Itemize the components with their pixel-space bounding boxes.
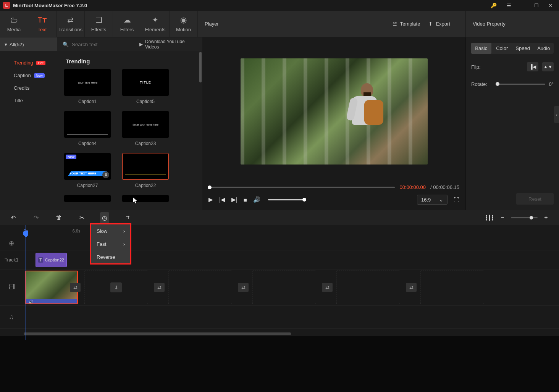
minimize-button[interactable]: — <box>517 1 528 10</box>
undo-button[interactable]: ↶ <box>8 214 18 221</box>
tab-filters[interactable]: ☁Filters <box>113 11 141 37</box>
prev-frame-button[interactable]: |◀ <box>219 196 225 203</box>
close-button[interactable]: ✕ <box>544 1 556 10</box>
tab-motion[interactable]: ◉Motion <box>170 11 198 37</box>
transition-icon[interactable]: ⇄ <box>322 283 333 292</box>
speed-button[interactable]: ◷ <box>100 212 109 223</box>
drop-slot[interactable]: ⇄⬇ <box>84 271 148 304</box>
tab-transitions[interactable]: ⇄Transitions <box>57 11 85 37</box>
transitions-icon: ⇄ <box>67 15 74 24</box>
chevron-right-icon: › <box>123 228 125 234</box>
add-track-button[interactable]: ⊕ <box>0 239 23 247</box>
crop-button[interactable]: ⌗ <box>123 214 132 221</box>
volume-slider[interactable] <box>268 199 304 200</box>
category-sidebar: ▾All(52) TrendingHot CaptionNew Credits … <box>0 37 57 210</box>
elements-icon: ✦ <box>152 15 158 24</box>
download-icon[interactable]: ⬇ <box>102 171 109 178</box>
transition-icon[interactable]: ⇄ <box>238 283 249 292</box>
speed-menu-reverse[interactable]: Reverse <box>91 250 130 263</box>
play-button[interactable]: ▶ <box>208 196 213 203</box>
transition-icon[interactable]: ⇄ <box>406 283 417 292</box>
export-button[interactable]: ⬆Export <box>428 21 450 27</box>
transition-icon[interactable]: ⇄ <box>154 283 165 292</box>
rotate-slider[interactable] <box>496 84 545 85</box>
prop-tab-audio[interactable]: Audio <box>534 43 554 54</box>
asset-caption23[interactable]: Enter your name hereCaption23 <box>122 111 169 150</box>
timeline-ruler[interactable]: 0s 6.6s <box>0 225 559 237</box>
track-label-1: Track1 <box>0 257 23 263</box>
zoom-slider[interactable] <box>511 217 538 218</box>
redo-button[interactable]: ↷ <box>31 214 40 221</box>
category-all[interactable]: ▾All(52) <box>0 37 57 51</box>
playhead-handle[interactable] <box>23 231 28 235</box>
category-title[interactable]: Title <box>0 94 57 107</box>
video-preview[interactable] <box>241 58 428 165</box>
category-trending[interactable]: TrendingHot <box>0 56 57 69</box>
app-logo: L <box>3 2 10 9</box>
hamburger-icon[interactable]: ☰ <box>503 1 515 10</box>
motion-icon: ◉ <box>180 15 187 24</box>
speed-menu-slow[interactable]: Slow› <box>91 224 130 237</box>
category-credits[interactable]: Credits <box>0 82 57 94</box>
upload-icon: ⬆ <box>428 21 433 27</box>
prop-tab-color[interactable]: Color <box>492 43 512 54</box>
titlebar: L MiniTool MovieMaker Free 7.2.0 🔑 ☰ — ☐… <box>0 0 559 11</box>
prop-tab-speed[interactable]: Speed <box>513 43 533 54</box>
aspect-ratio-select[interactable]: 16:9⌄ <box>417 195 448 205</box>
scrollbar[interactable] <box>199 52 202 82</box>
audio-track-icon: ♫ <box>0 313 23 321</box>
folder-icon: 🗁 <box>10 16 18 24</box>
download-youtube-link[interactable]: ▶Download YouTube Videos <box>139 39 197 50</box>
category-caption[interactable]: CaptionNew <box>0 69 57 82</box>
volume-icon[interactable]: 🔊 <box>253 196 260 203</box>
split-button[interactable]: ✂ <box>77 214 86 221</box>
collapse-panel-button[interactable]: › <box>554 106 559 123</box>
delete-button[interactable]: 🗑 <box>54 214 63 221</box>
tab-media[interactable]: 🗁Media <box>0 11 28 37</box>
time-current: 00:00:00.00 <box>399 184 426 190</box>
fit-timeline-button[interactable]: ┇┃┇ <box>485 215 494 221</box>
search-input[interactable] <box>72 42 136 47</box>
drop-slot[interactable]: ⇄ <box>168 271 232 304</box>
template-button[interactable]: ☱Template <box>393 21 420 27</box>
asset-caption5[interactable]: TITLECaption5 <box>122 69 169 108</box>
drop-slot[interactable]: ⇄ <box>252 271 316 304</box>
chevron-down-icon: ▾ <box>5 42 7 47</box>
rotate-label: Rotate: <box>471 81 493 87</box>
drop-slot[interactable]: ⇄ <box>420 271 484 304</box>
flip-horizontal-button[interactable]: ▐◀ <box>527 62 538 71</box>
stop-button[interactable]: ■ <box>244 197 247 203</box>
horizontal-scrollbar[interactable] <box>24 332 291 335</box>
asset-caption4[interactable]: Caption4 <box>64 111 111 150</box>
fullscreen-button[interactable]: ⛶ <box>454 197 459 203</box>
reset-button[interactable]: Reset <box>516 193 554 205</box>
asset-caption27[interactable]: NewYOUR TEXT HERE⬇Caption27 <box>64 153 111 192</box>
asset-more1[interactable] <box>64 195 111 202</box>
prop-tab-basic[interactable]: Basic <box>471 43 491 54</box>
tab-text[interactable]: TᴛText <box>28 11 57 37</box>
app-title: MiniTool MovieMaker Free 7.2.0 <box>13 3 488 8</box>
transition-icon[interactable]: ⇄ <box>70 283 81 292</box>
zoom-out-button[interactable]: − <box>498 214 507 221</box>
import-icon: ⬇ <box>110 282 122 292</box>
search-icon: 🔍 <box>63 42 69 47</box>
text-clip-caption22[interactable]: TCaption22 <box>36 253 67 267</box>
zoom-in-button[interactable]: + <box>541 214 551 221</box>
player-panel: 00:00:00.00 / 00:00:06.15 ▶ |◀ ▶| ■ 🔊 16… <box>202 37 465 210</box>
speed-menu-fast[interactable]: Fast› <box>91 237 130 250</box>
tab-elements[interactable]: ✦Elements <box>141 11 170 37</box>
tab-effects[interactable]: ❏Effects <box>85 11 113 37</box>
chevron-down-icon: ⌄ <box>439 197 443 203</box>
asset-more2[interactable] <box>122 195 169 202</box>
key-icon[interactable]: 🔑 <box>488 1 499 10</box>
rotate-value: 0° <box>549 81 554 87</box>
asset-caption1[interactable]: Your Title HereCaption1 <box>64 69 111 108</box>
next-frame-button[interactable]: ▶| <box>231 196 237 203</box>
text-icon: Tᴛ <box>37 15 47 24</box>
maximize-button[interactable]: ☐ <box>531 1 542 10</box>
audio-icon: 🔊 <box>28 300 34 305</box>
flip-vertical-button[interactable]: ▲▼ <box>542 62 554 71</box>
seek-bar[interactable] <box>208 187 395 188</box>
asset-caption22[interactable]: Caption22 <box>122 153 169 192</box>
drop-slot[interactable]: ⇄ <box>336 271 400 304</box>
